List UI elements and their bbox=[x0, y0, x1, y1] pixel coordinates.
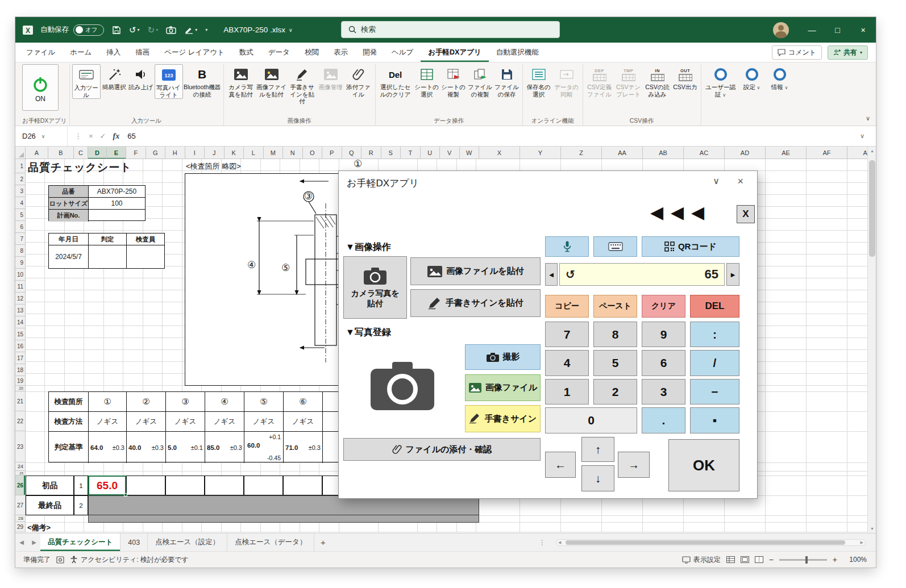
formula-input[interactable]: 65 bbox=[119, 132, 860, 140]
ok-button[interactable]: OK bbox=[668, 439, 739, 491]
column-header[interactable]: M bbox=[264, 147, 284, 159]
close-button[interactable]: × bbox=[850, 17, 876, 43]
back-triple-icon[interactable]: ◀ bbox=[650, 203, 663, 222]
horizontal-scrollbar[interactable]: ◀ ▶ bbox=[556, 539, 866, 546]
paste-signature-button[interactable]: 手書きサインを貼付 bbox=[288, 64, 317, 105]
column-header[interactable]: AF bbox=[807, 147, 847, 159]
row-header[interactable]: 27 bbox=[15, 495, 25, 515]
ribbon-tab[interactable]: 描画 bbox=[128, 43, 157, 62]
zoom-slider-thumb[interactable] bbox=[805, 556, 808, 564]
macro-record-icon[interactable] bbox=[56, 556, 64, 564]
attach-confirm-button[interactable]: ファイルの添付・確認 bbox=[343, 438, 541, 461]
column-header[interactable]: AD bbox=[725, 147, 766, 159]
image-ops-section-header[interactable]: ▼画像操作 bbox=[346, 241, 391, 253]
comments-button[interactable]: コメント bbox=[772, 45, 822, 60]
row-header[interactable]: 26 bbox=[15, 476, 25, 495]
selected-cell-d26[interactable]: 65.0 bbox=[88, 476, 126, 495]
minimize-button[interactable]: — bbox=[799, 17, 825, 43]
measure-cell[interactable] bbox=[126, 476, 165, 495]
row-header[interactable]: 25 bbox=[15, 471, 25, 476]
row-header[interactable]: 20 bbox=[15, 386, 25, 391]
redo-button[interactable]: ↻▾ bbox=[148, 25, 159, 35]
save-button[interactable] bbox=[112, 26, 121, 35]
point-6[interactable]: ⑥ bbox=[284, 392, 323, 412]
row-header[interactable]: 21 bbox=[15, 391, 25, 411]
first-article-label[interactable]: 初品 bbox=[26, 476, 74, 495]
dialog-collapse-icon[interactable]: ∨ bbox=[713, 176, 720, 186]
key-7[interactable]: 7 bbox=[545, 322, 589, 347]
part-number-value[interactable]: ABX70P-250 bbox=[89, 186, 145, 198]
horizontal-scroll-thumb[interactable] bbox=[566, 540, 845, 545]
row-header[interactable]: 4 bbox=[15, 197, 25, 209]
column-header[interactable]: I bbox=[185, 147, 205, 159]
qr-code-button[interactable]: QRコード bbox=[642, 236, 739, 257]
measure-cell[interactable] bbox=[283, 476, 322, 495]
name-box[interactable]: D26 ∨ bbox=[15, 126, 68, 146]
row-header[interactable]: 23 bbox=[15, 431, 25, 462]
column-header[interactable]: AE bbox=[766, 147, 807, 159]
column-header[interactable]: S bbox=[381, 147, 401, 159]
key-6[interactable]: 6 bbox=[642, 350, 685, 376]
method-3[interactable]: ノギス bbox=[166, 412, 205, 432]
column-header[interactable]: N bbox=[283, 147, 303, 159]
lot-size-value[interactable]: 100 bbox=[89, 198, 145, 210]
criteria-row-label[interactable]: 判定基準 bbox=[49, 432, 89, 463]
clear-selected-cells-button[interactable]: Del 選択したセルのクリア bbox=[378, 64, 413, 98]
hscroll-left-icon[interactable]: ◀ bbox=[558, 540, 561, 545]
tabbar-more-icon[interactable]: ⋮ bbox=[539, 539, 546, 547]
measure-cell[interactable] bbox=[244, 476, 283, 495]
delete-button[interactable]: DEL bbox=[690, 295, 739, 318]
insert-function-icon[interactable]: fx bbox=[113, 132, 120, 141]
cancel-entry-icon[interactable]: × bbox=[89, 132, 93, 140]
criteria-2[interactable]: 40.0±0.3 bbox=[127, 432, 166, 463]
arrow-down-button[interactable]: ↓ bbox=[581, 465, 614, 491]
fill-handle[interactable] bbox=[124, 493, 127, 497]
row-header[interactable]: 15 bbox=[15, 328, 25, 340]
row-header[interactable]: 10 bbox=[15, 269, 25, 281]
point-2[interactable]: ② bbox=[127, 392, 166, 412]
duplicate-sheet-button[interactable]: シートの複製 bbox=[440, 64, 467, 98]
column-header[interactable]: AC bbox=[684, 147, 725, 159]
value-prev-button[interactable]: ◀ bbox=[545, 263, 558, 286]
criteria-1[interactable]: 64.0±0.3 bbox=[89, 432, 127, 463]
row-header[interactable]: 11 bbox=[15, 281, 25, 293]
inspection-point-row-label[interactable]: 検査箇所 bbox=[49, 392, 89, 412]
bluetooth-connect-button[interactable]: B Bluetooth機器の接続 bbox=[184, 64, 221, 98]
value-next-button[interactable]: ▶ bbox=[726, 263, 739, 286]
row-header[interactable]: 1 bbox=[15, 159, 25, 173]
row-header[interactable]: 5 bbox=[15, 209, 25, 221]
undo-input-icon[interactable]: ↺ bbox=[566, 268, 575, 281]
user-auth-button[interactable]: ユーザー認証 ∨ bbox=[704, 64, 738, 99]
column-header[interactable]: P bbox=[322, 147, 342, 159]
select-save-name-button[interactable]: 保存名の選択 bbox=[525, 64, 552, 98]
column-header[interactable]: K bbox=[225, 147, 244, 159]
scroll-up-icon[interactable]: ▲ bbox=[868, 149, 876, 153]
display-settings-button[interactable]: 表示設定 bbox=[682, 555, 721, 565]
date-value[interactable]: 2024/5/7 bbox=[49, 245, 89, 268]
judgement-value[interactable] bbox=[89, 245, 127, 268]
normal-view-icon[interactable] bbox=[726, 556, 735, 563]
method-6[interactable]: ノギス bbox=[284, 412, 323, 432]
key-4[interactable]: 4 bbox=[545, 350, 589, 376]
dx-on-button[interactable]: ON bbox=[22, 64, 59, 111]
read-aloud-button[interactable]: 読み上げ bbox=[128, 64, 154, 91]
column-header[interactable]: J bbox=[205, 147, 225, 159]
method-2[interactable]: ノギス bbox=[127, 412, 166, 432]
column-header[interactable]: D bbox=[88, 147, 107, 159]
user-avatar[interactable] bbox=[773, 22, 789, 38]
autosave-toggle[interactable]: オフ bbox=[73, 24, 104, 36]
mic-button[interactable] bbox=[545, 236, 589, 257]
column-header[interactable]: F bbox=[126, 147, 146, 159]
arrow-up-button[interactable]: ↑ bbox=[581, 437, 614, 462]
input-tool-button[interactable]: 入力ツール bbox=[72, 64, 101, 99]
ribbon-tab[interactable]: 表示 bbox=[326, 43, 355, 62]
key-dash[interactable]: ▪ bbox=[690, 407, 739, 433]
criteria-4[interactable]: 85.0±0.3 bbox=[205, 432, 244, 463]
column-header[interactable]: O bbox=[303, 147, 323, 159]
point-4[interactable]: ④ bbox=[205, 392, 244, 412]
key-slash[interactable]: / bbox=[690, 350, 739, 376]
inspector-value[interactable] bbox=[127, 245, 164, 268]
key-2[interactable]: 2 bbox=[593, 379, 637, 404]
image-file-button[interactable]: 画像ファイル bbox=[465, 374, 541, 401]
confirm-entry-icon[interactable]: ✓ bbox=[100, 132, 106, 140]
